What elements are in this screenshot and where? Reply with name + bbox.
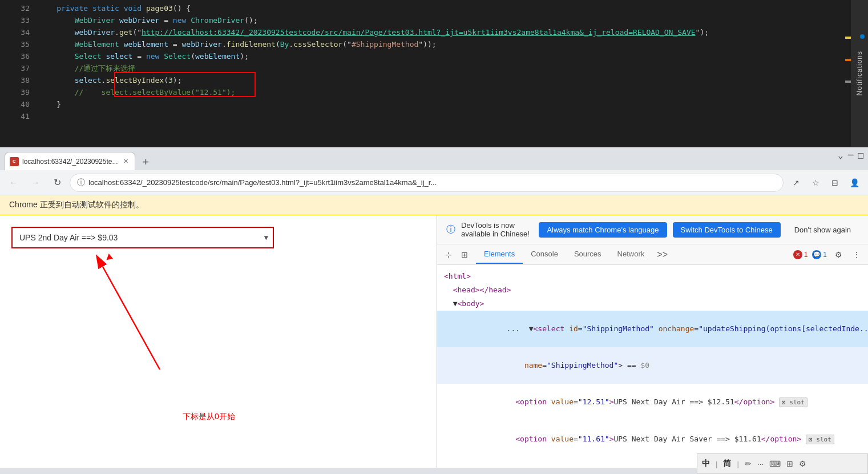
- maximize-button[interactable]: □: [858, 150, 863, 160]
- ime-keyboard-icon[interactable]: ⌨: [769, 459, 781, 468]
- code-line-36: Select select = new Select(webElement);: [34, 50, 868, 62]
- devtools-tabs: ⊹ ⊞ Elements Console Sources Network >> …: [437, 244, 868, 265]
- security-info-icon: ⓘ: [77, 178, 85, 188]
- dom-select-name-attr: name="ShippingMethod"> == $0: [437, 347, 868, 384]
- notifications-sidebar[interactable]: Notifications: [851, 0, 868, 147]
- ide-area: 32 33 34 35 36 37 38 39 40 41 private st…: [0, 0, 868, 147]
- tab-elements[interactable]: Elements: [476, 245, 523, 264]
- code-line-41: [34, 110, 868, 122]
- svg-line-1: [103, 267, 160, 369]
- tab-title: localhost:63342/_20230925te...: [22, 158, 118, 166]
- code-line-37: //通过下标来选择: [34, 62, 868, 74]
- ime-dots-icon[interactable]: ···: [757, 459, 764, 468]
- automation-text: Chrome 正受到自动测试软件的控制。: [9, 200, 144, 209]
- devtools-tab-icons: ⊹ ⊞: [442, 248, 471, 262]
- code-area: private static void page03() { WebDriver…: [34, 0, 868, 147]
- minimap-mark: [845, 81, 851, 83]
- address-text: localhost:63342/_20230925testcode/src/ma…: [88, 178, 776, 187]
- devtools-info-icon: ⓘ: [446, 224, 455, 236]
- dom-option-2[interactable]: <option value="11.61">UPS Next Day Air S…: [437, 421, 868, 458]
- dom-select-tag[interactable]: ... ▼<select id="ShippingMethod" onchang…: [437, 311, 868, 347]
- code-line-39: // select.selectByValue("12.51");: [34, 86, 868, 98]
- tab-network[interactable]: Network: [609, 245, 653, 264]
- reload-button[interactable]: ↻: [48, 174, 66, 192]
- dont-show-again-button[interactable]: Don't show again: [786, 222, 859, 238]
- annotation-text: 下标是从0开始: [183, 412, 235, 422]
- toolbar-actions: ↗ ☆ ⊟ 👤: [787, 174, 863, 192]
- error-badge: ✕ 1: [793, 250, 808, 259]
- new-tab-button[interactable]: +: [138, 153, 154, 169]
- ime-pen-icon[interactable]: ✏: [745, 459, 752, 468]
- page-content: UPS Next Day Air ==> $12.51 UPS Next Day…: [0, 215, 437, 468]
- minimap-mark: [845, 37, 851, 39]
- profile-button[interactable]: 👤: [845, 174, 863, 192]
- ime-char-zhong: 中: [702, 459, 710, 469]
- code-line-32: private static void page03() {: [34, 2, 868, 14]
- error-count: 1: [804, 251, 808, 259]
- bookmark-button[interactable]: ☆: [806, 174, 825, 192]
- line-numbers: 32 33 34 35 36 37 38 39 40 41: [0, 0, 34, 147]
- warn-badge: 💬 1: [812, 250, 827, 259]
- code-line-40: }: [34, 98, 868, 110]
- dom-head-tag: <head></head>: [437, 283, 868, 297]
- warn-icon: 💬: [812, 250, 821, 259]
- error-icon: ✕: [793, 250, 802, 259]
- tab-sources[interactable]: Sources: [566, 245, 609, 264]
- ime-grid-icon[interactable]: ⊞: [786, 459, 793, 468]
- browser-tab-active[interactable]: C localhost:63342/_20230925te... ✕: [5, 152, 135, 170]
- browser-window: C localhost:63342/_20230925te... ✕ + ⌄ ─…: [0, 147, 868, 474]
- ime-bar: 中 | 简 | ✏ ··· ⌨ ⊞ ⚙: [697, 453, 868, 474]
- share-button[interactable]: ↗: [787, 174, 805, 192]
- devtools-settings-icon[interactable]: ⚙: [831, 248, 845, 262]
- devtools-more-icon[interactable]: ⋮: [850, 248, 863, 262]
- device-icon[interactable]: ⊞: [458, 248, 471, 262]
- switch-to-chinese-button[interactable]: Switch DevTools to Chinese: [673, 222, 781, 238]
- code-line-35: WebElement webElement = webDriver.findEl…: [34, 38, 868, 50]
- always-match-language-button[interactable]: Always match Chrome's language: [539, 222, 667, 238]
- window-controls: ⌄ ─ □: [838, 150, 863, 160]
- ime-char-jian: 简: [723, 459, 731, 469]
- shipping-select-wrapper: UPS Next Day Air ==> $12.51 UPS Next Day…: [11, 227, 274, 248]
- tab-favicon: C: [10, 157, 19, 166]
- browser-tab-bar: C localhost:63342/_20230925te... ✕ + ⌄ ─…: [0, 147, 868, 170]
- notification-dot: [860, 34, 865, 39]
- svg-marker-2: [107, 254, 115, 262]
- notifications-label: Notifications: [855, 51, 863, 95]
- code-line-33: WebDriver webDriver = new ChromeDriver()…: [34, 14, 868, 26]
- devtools-badges: ✕ 1 💬 1 ⚙ ⋮: [793, 248, 863, 262]
- annotation-arrow: [11, 232, 228, 392]
- chevron-down-icon[interactable]: ⌄: [838, 150, 843, 160]
- ime-gear-icon[interactable]: ⚙: [799, 459, 806, 468]
- tab-close-button[interactable]: ✕: [121, 157, 130, 166]
- tab-console[interactable]: Console: [523, 245, 566, 264]
- code-line-38: select.selectByIndex(3);: [34, 74, 868, 86]
- sidebar-toggle[interactable]: ⊟: [826, 174, 844, 192]
- code-line-34: webDriver.get("http://localhost:63342/_2…: [34, 26, 868, 38]
- dom-html-tag: <html>: [437, 270, 868, 283]
- browser-toolbar: ← → ↻ ⓘ localhost:63342/_20230925testcod…: [0, 170, 868, 195]
- devtools-panel: ⓘ DevTools is now available in Chinese! …: [437, 215, 868, 468]
- devtools-dom-tree: <html> <head></head> ▼<body> ... ▼<selec…: [437, 265, 868, 468]
- devtools-language-banner: ⓘ DevTools is now available in Chinese! …: [437, 215, 868, 244]
- forward-button[interactable]: →: [26, 174, 45, 192]
- minimize-button[interactable]: ─: [848, 150, 854, 160]
- dom-body-tag: ▼<body>: [437, 297, 868, 311]
- minimap-marks: [844, 0, 851, 147]
- back-button[interactable]: ←: [5, 174, 23, 192]
- dom-option-1[interactable]: <option value="12.51">UPS Next Day Air =…: [437, 384, 868, 421]
- devtools-banner-text: DevTools is now available in Chinese!: [461, 221, 533, 238]
- more-tabs-button[interactable]: >>: [652, 247, 672, 262]
- automation-banner: Chrome 正受到自动测试软件的控制。: [0, 195, 868, 215]
- shipping-select[interactable]: UPS Next Day Air ==> $12.51 UPS Next Day…: [11, 227, 274, 248]
- address-bar[interactable]: ⓘ localhost:63342/_20230925testcode/src/…: [70, 174, 784, 192]
- ime-divider: |: [716, 460, 717, 468]
- browser-content: UPS Next Day Air ==> $12.51 UPS Next Day…: [0, 215, 868, 468]
- minimap-mark: [845, 59, 851, 61]
- inspect-icon[interactable]: ⊹: [442, 248, 455, 262]
- warn-count: 1: [823, 251, 827, 259]
